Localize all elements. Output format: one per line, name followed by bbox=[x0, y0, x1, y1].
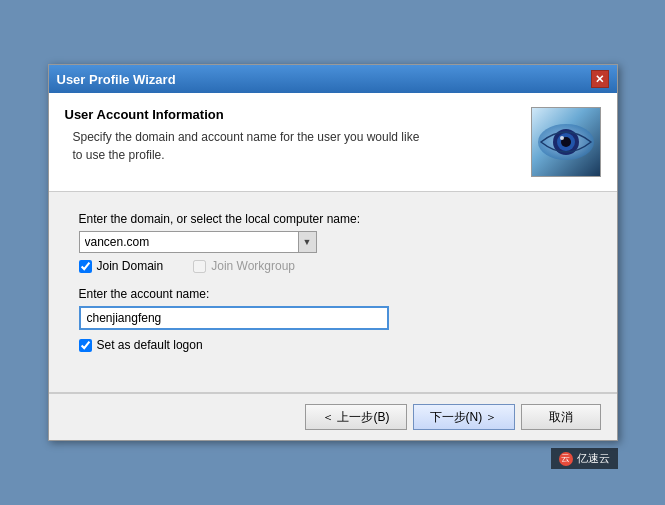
back-button[interactable]: ＜ 上一步(B) bbox=[305, 404, 406, 430]
account-group: Enter the account name: Set as default l… bbox=[79, 287, 587, 352]
watermark: 云 亿速云 bbox=[551, 448, 618, 469]
domain-group: Enter the domain, or select the local co… bbox=[79, 212, 587, 273]
watermark-icon: 云 bbox=[559, 452, 573, 466]
header-text: User Account Information Specify the dom… bbox=[65, 107, 521, 164]
dialog-wrapper: User Profile Wizard ✕ User Account Infor… bbox=[48, 64, 618, 441]
header-image bbox=[531, 107, 601, 177]
dialog-title: User Profile Wizard bbox=[57, 72, 176, 87]
join-domain-item: Join Domain bbox=[79, 259, 164, 273]
cancel-button[interactable]: 取消 bbox=[521, 404, 601, 430]
set-default-checkbox[interactable] bbox=[79, 339, 92, 352]
set-default-label[interactable]: Set as default logon bbox=[97, 338, 203, 352]
footer: ＜ 上一步(B) 下一步(N) ＞ 取消 bbox=[49, 393, 617, 440]
title-bar: User Profile Wizard ✕ bbox=[49, 65, 617, 93]
account-label: Enter the account name: bbox=[79, 287, 587, 301]
dialog: User Profile Wizard ✕ User Account Infor… bbox=[48, 64, 618, 441]
checkboxes-row: Join Domain Join Workgroup bbox=[79, 259, 587, 273]
dropdown-arrow-icon[interactable]: ▼ bbox=[299, 231, 317, 253]
header-title: User Account Information bbox=[65, 107, 521, 122]
account-input[interactable] bbox=[79, 306, 389, 330]
join-workgroup-label[interactable]: Join Workgroup bbox=[211, 259, 295, 273]
next-button[interactable]: 下一步(N) ＞ bbox=[413, 404, 515, 430]
domain-label: Enter the domain, or select the local co… bbox=[79, 212, 587, 226]
join-workgroup-checkbox[interactable] bbox=[193, 260, 206, 273]
body-section: Enter the domain, or select the local co… bbox=[49, 192, 617, 382]
watermark-text: 亿速云 bbox=[577, 451, 610, 466]
join-domain-checkbox[interactable] bbox=[79, 260, 92, 273]
set-default-item: Set as default logon bbox=[79, 338, 587, 352]
header-section: User Account Information Specify the dom… bbox=[49, 93, 617, 192]
svg-point-4 bbox=[560, 136, 564, 140]
domain-select[interactable]: vancen.com bbox=[79, 231, 299, 253]
header-desc-line2: to use the profile. bbox=[73, 148, 165, 162]
header-desc-line1: Specify the domain and account name for … bbox=[73, 130, 420, 144]
join-domain-label[interactable]: Join Domain bbox=[97, 259, 164, 273]
eye-icon bbox=[536, 117, 596, 167]
close-button[interactable]: ✕ bbox=[591, 70, 609, 88]
join-workgroup-item: Join Workgroup bbox=[193, 259, 295, 273]
domain-dropdown-container: vancen.com ▼ bbox=[79, 231, 587, 253]
header-desc: Specify the domain and account name for … bbox=[65, 128, 521, 164]
